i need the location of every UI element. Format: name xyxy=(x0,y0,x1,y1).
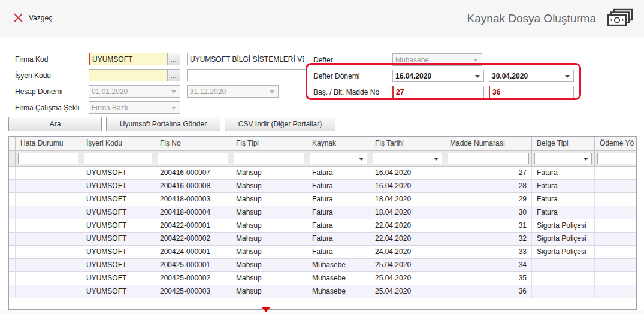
cell-isyeri-kodu: UYUMSOFT xyxy=(81,180,155,192)
isyeri-adi-input[interactable] xyxy=(188,70,307,81)
cell-kaynak: Fatura xyxy=(307,233,370,245)
column-header-fis-tipi[interactable]: Fiş Tipi xyxy=(231,137,307,150)
table-row[interactable]: UYUMSOFT200418-000003MahsupFatura18.04.2… xyxy=(9,193,637,206)
hesap-donemi-end-dropdown[interactable]: 31.12.2020 xyxy=(187,85,279,98)
filter-input-fis-no[interactable] xyxy=(158,153,228,164)
filter-input-isyeri-kodu[interactable] xyxy=(84,153,152,164)
cell-fis-tarihi: 25.04.2020 xyxy=(370,272,445,285)
cell-fis-tarihi: 18.04.2020 xyxy=(370,193,445,206)
cell-kaynak: Fatura xyxy=(307,219,370,232)
filter-select-belge-tipi[interactable] xyxy=(534,153,592,164)
madde-no-end-input[interactable] xyxy=(490,86,573,98)
cell-kaynak: Fatura xyxy=(307,246,370,258)
cell-madde-numarasi: 31 xyxy=(445,219,532,232)
cell-hata-durumu xyxy=(16,246,81,258)
defter-donemi-end-dropdown[interactable]: 30.04.2020 xyxy=(489,70,574,82)
firma-adi-field xyxy=(187,53,307,65)
hesap-donemi-start-dropdown[interactable]: 01.01.2020 xyxy=(89,85,180,98)
column-header-fis-no[interactable]: Fiş No xyxy=(155,137,231,150)
cell-madde-numarasi: 35 xyxy=(445,272,532,285)
cancel-button[interactable]: Vazgeç xyxy=(13,13,52,23)
cell-fis-tipi: Mahsup xyxy=(231,167,307,179)
firma-calisma-sekli-label: Firma Çalışma Şekli xyxy=(15,104,79,112)
defter-donemi-label: Defter Dönemi xyxy=(313,72,359,80)
table-row[interactable]: UYUMSOFT200416-000007MahsupFatura16.04.2… xyxy=(9,167,637,180)
column-header-fis-tarihi[interactable]: Fiş Tarihi xyxy=(370,137,445,150)
table-row[interactable]: UYUMSOFT200416-000008MahsupFatura16.04.2… xyxy=(9,180,637,193)
cell-belge-tipi xyxy=(532,259,595,271)
column-header-kaynak[interactable]: Kaynak xyxy=(307,137,370,150)
column-header-hata-durumu[interactable]: Hata Durumu xyxy=(16,137,81,150)
isyeri-kodu-field: … xyxy=(89,69,180,81)
filter-input-hata-durumu[interactable] xyxy=(18,153,78,164)
cell-isyeri-kodu: UYUMSOFT xyxy=(81,285,155,298)
cell-kaynak: Fatura xyxy=(307,180,370,192)
cell-fis-tipi: Mahsup xyxy=(231,246,307,258)
cell-fis-tarihi: 25.04.2020 xyxy=(370,259,445,271)
cell-fis-tarihi: 22.04.2020 xyxy=(370,219,445,232)
ara-button[interactable]: Ara xyxy=(8,117,102,131)
filter-input-odeme[interactable] xyxy=(597,153,637,164)
table-row[interactable]: UYUMSOFT200425-000002MahsupMuhasebe25.04… xyxy=(9,272,637,285)
kaynak-dosya-olusturma-window: Vazgeç Kaynak Dosya Oluşturma Firma Kod … xyxy=(0,0,644,314)
cell-hata-durumu xyxy=(16,180,81,192)
filter-input-fis-tipi[interactable] xyxy=(234,153,304,164)
table-row[interactable]: UYUMSOFT200418-000004MahsupFatura18.04.2… xyxy=(9,206,637,219)
row-indicator-cell xyxy=(9,285,16,298)
column-header-isyeri-kodu[interactable]: İşyeri Kodu xyxy=(81,137,155,150)
filter-select-kaynak[interactable] xyxy=(310,153,367,164)
filter-select-fis-tarihi[interactable] xyxy=(373,153,442,164)
table-row[interactable]: UYUMSOFT200422-000001MahsupFatura22.04.2… xyxy=(9,219,637,233)
cell-fis-no: 200424-000001 xyxy=(155,246,231,258)
table-row[interactable]: UYUMSOFT200424-000001MahsupFatura24.04.2… xyxy=(9,246,637,259)
column-header-madde-numarasi[interactable]: Madde Numarası xyxy=(445,137,532,150)
chevron-down-icon xyxy=(473,59,478,62)
filter-cell-fis-no xyxy=(155,151,231,166)
cell-odeme xyxy=(595,285,637,298)
cell-fis-tipi: Mahsup xyxy=(231,206,307,219)
uyumsoft-portalina-gonder-button[interactable]: Uyumsoft Portalına Gönder xyxy=(106,117,220,131)
defter-dropdown[interactable]: Muhasebe xyxy=(392,53,482,66)
chevron-down-icon xyxy=(434,158,439,161)
footer-strip xyxy=(0,310,644,314)
toolbar: Vazgeç Kaynak Dosya Oluşturma xyxy=(0,0,644,37)
column-header-odeme[interactable]: Ödeme Yö xyxy=(595,137,637,150)
firma-calisma-sekli-dropdown[interactable]: Firma Bazlı xyxy=(89,101,180,114)
cell-isyeri-kodu: UYUMSOFT xyxy=(81,233,155,245)
firma-kod-lookup-button[interactable]: … xyxy=(167,53,180,65)
table-row[interactable]: UYUMSOFT200425-000003MahsupMuhasebe25.04… xyxy=(9,285,637,298)
madde-no-start-input[interactable] xyxy=(394,86,483,98)
cell-odeme xyxy=(595,259,637,271)
grid-filter-row xyxy=(9,151,637,167)
cell-kaynak: Muhasebe xyxy=(307,285,370,298)
cell-hata-durumu xyxy=(16,219,81,232)
isyeri-kodu-lookup-button[interactable]: … xyxy=(167,70,180,81)
banknotes-icon xyxy=(606,8,634,30)
firma-kod-input[interactable] xyxy=(90,53,167,65)
column-header-belge-tipi[interactable]: Belge Tipi xyxy=(532,137,595,150)
cell-odeme xyxy=(595,193,637,206)
chevron-down-icon xyxy=(171,90,176,93)
cell-belge-tipi: Sigorta Poliçesi xyxy=(532,246,595,258)
firma-kod-field: … xyxy=(89,53,180,65)
row-indicator-cell xyxy=(9,167,16,179)
table-row[interactable]: UYUMSOFT200422-000002MahsupFatura22.04.2… xyxy=(9,233,637,246)
csv-indir-button[interactable]: CSV İndir (Diğer Portallar) xyxy=(225,117,335,131)
cell-kaynak: Fatura xyxy=(307,193,370,206)
isyeri-kodu-input[interactable] xyxy=(89,70,167,81)
filter-input-madde-numarasi[interactable] xyxy=(448,153,529,164)
table-row[interactable]: UYUMSOFT200425-000001MahsupMuhasebe25.04… xyxy=(9,259,637,272)
chevron-down-icon xyxy=(583,158,588,161)
row-indicator-filter xyxy=(9,151,16,166)
firma-adi-input[interactable] xyxy=(188,53,307,65)
filter-cell-fis-tarihi xyxy=(370,151,445,166)
madde-no-end-field xyxy=(489,86,574,98)
cell-fis-tipi: Mahsup xyxy=(231,259,307,271)
cell-belge-tipi: Fatura xyxy=(532,180,595,192)
close-icon xyxy=(13,13,23,23)
cell-fis-no: 200416-000007 xyxy=(155,167,231,179)
defter-donemi-start-dropdown[interactable]: 16.04.2020 xyxy=(392,70,484,82)
cell-fis-no: 200425-000002 xyxy=(155,272,231,285)
cell-isyeri-kodu: UYUMSOFT xyxy=(81,206,155,219)
cell-hata-durumu xyxy=(16,272,81,285)
